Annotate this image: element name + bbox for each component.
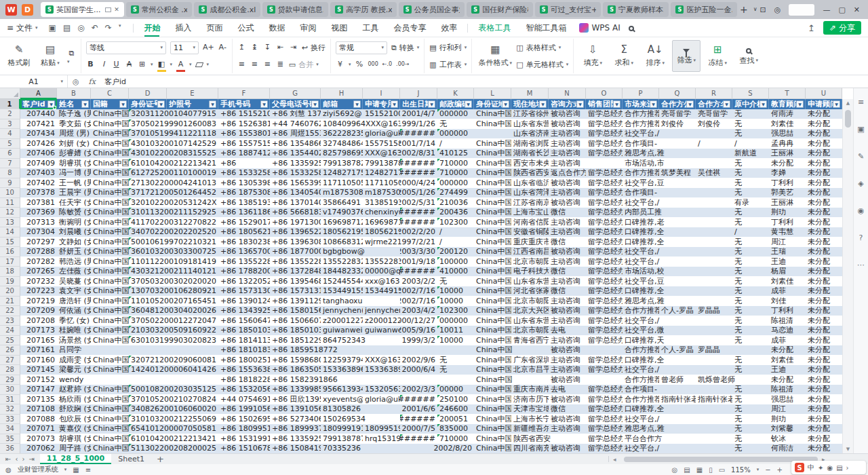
cell[interactable]: 留学总经办 [586, 227, 623, 237]
cell[interactable]: 2001/7/14 [400, 139, 437, 149]
cell[interactable]: 2002/5/31 [400, 198, 437, 208]
increase-decimal-button[interactable]: .00→ [396, 59, 409, 70]
align-right-button[interactable]: ≡ [263, 59, 272, 70]
cell[interactable]: +86 1354402198 [270, 149, 321, 158]
cell[interactable]: 何依涵 (女 [57, 306, 91, 316]
cell[interactable]: 上海市宝山 [511, 208, 549, 217]
cell[interactable]: 956613934 [321, 385, 363, 394]
cell[interactable]: 无 [732, 365, 769, 375]
row-number[interactable]: 1 [0, 99, 20, 109]
cell[interactable]: China中国 [91, 208, 129, 217]
sort-button[interactable]: A↓ 排序▾ [641, 40, 669, 72]
cell[interactable]: 新疆维吾尔 [511, 424, 549, 434]
cell[interactable]: 360481200304020026 [129, 306, 218, 316]
cell[interactable]: 合作方推荐 [623, 395, 659, 404]
cell[interactable]: 未分配 [806, 168, 842, 178]
contextual-tab[interactable]: 智能工具箱 [518, 20, 574, 37]
cell[interactable]: 舒欣娴 (女 [57, 404, 91, 414]
decrease-indent-button[interactable]: ⇤ [276, 42, 285, 53]
cell[interactable]: 654101200007050581 [129, 424, 218, 434]
cell[interactable]: 130703200106280921 [129, 286, 218, 296]
header-cell[interactable]: 姓名▼ [57, 99, 91, 109]
cell[interactable]: 000000 [437, 129, 511, 138]
cell[interactable]: 未分配 [806, 326, 842, 335]
cell[interactable]: 吴晓蔓 (女 [57, 277, 91, 286]
cell[interactable]: 留学总经办 [586, 188, 623, 197]
column-letter[interactable]: S [732, 88, 769, 99]
cell[interactable]: 电子科技大 [511, 267, 549, 276]
cell[interactable]: 207209 [20, 306, 57, 316]
cell[interactable]: 衡琬明 (女 [57, 218, 91, 227]
cell[interactable]: 胡睿琪 (女 [57, 434, 91, 444]
cell[interactable]: 西安市未央 [511, 159, 549, 168]
cell[interactable]: 雅思考点,雅 [623, 424, 732, 434]
cell[interactable]: 微信 [549, 238, 586, 247]
cell[interactable]: 320721200209060081 [129, 356, 218, 365]
cell[interactable]: 留学总经办 [586, 336, 623, 345]
cell[interactable]: 未分配 [769, 345, 806, 355]
cell[interactable]: 370503200302020020 [129, 277, 218, 286]
cell[interactable]: +86 1533258500 [270, 168, 321, 178]
cell[interactable]: 无 [732, 297, 769, 306]
cell[interactable]: China中国 [91, 404, 129, 414]
merge-cells-button[interactable]: ▭合并▾ [289, 57, 319, 72]
header-cell[interactable]: 手机号码▼ [218, 99, 270, 109]
cell[interactable]: 2005/1/26 [400, 188, 437, 197]
cell[interactable]: 亮哥留学 [659, 109, 696, 119]
cell[interactable]: China中国 [91, 306, 129, 316]
cell[interactable]: +86 18302388 [218, 238, 270, 247]
cell[interactable]: 207152 [20, 375, 57, 385]
cell[interactable]: 153363896 [321, 365, 363, 375]
cell[interactable]: 207297 [20, 238, 57, 247]
cell[interactable]: 370502199901260083 [129, 119, 218, 129]
filter-dropdown-icon[interactable]: ▼ [353, 100, 361, 108]
zoom-in-button[interactable]: + [777, 466, 783, 474]
row-number[interactable]: 29 [0, 375, 20, 385]
cell[interactable]: 207208 [20, 316, 57, 326]
cell[interactable]: China中国 [91, 238, 129, 247]
cell[interactable]: 湖南省长沙 [511, 149, 549, 158]
ribbon-tab[interactable]: 视图 [323, 20, 355, 37]
cell[interactable]: XXX@163. [363, 149, 400, 158]
cell[interactable]: 430102200208315525 [129, 149, 218, 158]
cell[interactable]: China中国 [474, 257, 511, 267]
cell[interactable]: 留学总经办 [586, 404, 623, 414]
cell[interactable]: 340702200202202520 [129, 227, 218, 237]
cell[interactable]: 山东省临沂 [511, 178, 549, 188]
cell[interactable]: +86 1863505000 [270, 365, 321, 375]
cell[interactable]: ######## [400, 434, 437, 444]
cell[interactable]: 180562195 [363, 227, 400, 237]
cell[interactable]: +86 18002510 [218, 356, 270, 365]
column-letter[interactable]: K [437, 88, 474, 99]
cell[interactable]: 未分配 [806, 385, 842, 394]
cell[interactable]: xxx@163.c [363, 277, 400, 286]
search-icon[interactable] [629, 26, 634, 31]
filter-dropdown-icon[interactable]: ▼ [760, 100, 767, 108]
ribbon-tab[interactable]: 页面 [199, 20, 230, 37]
cell[interactable]: 留学总经办 [586, 129, 623, 138]
cell[interactable]: gloria@uk [363, 395, 400, 404]
cell[interactable]: 主动咨询 [549, 356, 586, 365]
cell[interactable]: bgbgbow@ [321, 247, 400, 256]
name-box[interactable]: A1 ▾ [0, 75, 68, 88]
cell[interactable]: 马恋迪 [769, 326, 806, 335]
cell[interactable]: 平台合作方 [623, 434, 732, 444]
cell[interactable]: 207381 [20, 198, 57, 208]
cell[interactable]: +86 52734062 [270, 415, 321, 424]
cell[interactable]: 社交平台,/ [623, 257, 732, 267]
cell[interactable]: 微信 [549, 208, 586, 217]
cell[interactable]: 313851932 [363, 198, 400, 208]
cell[interactable]: 北京大兴区 [511, 306, 549, 316]
cell[interactable]: +86 1396308212 [270, 238, 321, 247]
cell[interactable]: 207406 [20, 149, 57, 158]
cell[interactable]: 2003/4/2 [400, 306, 437, 316]
row-number[interactable]: 19 [0, 277, 20, 287]
cell[interactable]: China中国 [474, 326, 511, 335]
cell[interactable]: 留学总经办 [586, 277, 623, 286]
cell[interactable]: 70335236 [321, 444, 400, 453]
cell[interactable]: China中国 [474, 178, 511, 188]
cell[interactable]: 强思喆 [769, 395, 806, 404]
cell[interactable]: 胡睿琪 (女 [57, 159, 91, 168]
cell[interactable]: 无 [732, 218, 769, 227]
header-cell[interactable]: 父母电话号码▼ [270, 99, 321, 109]
